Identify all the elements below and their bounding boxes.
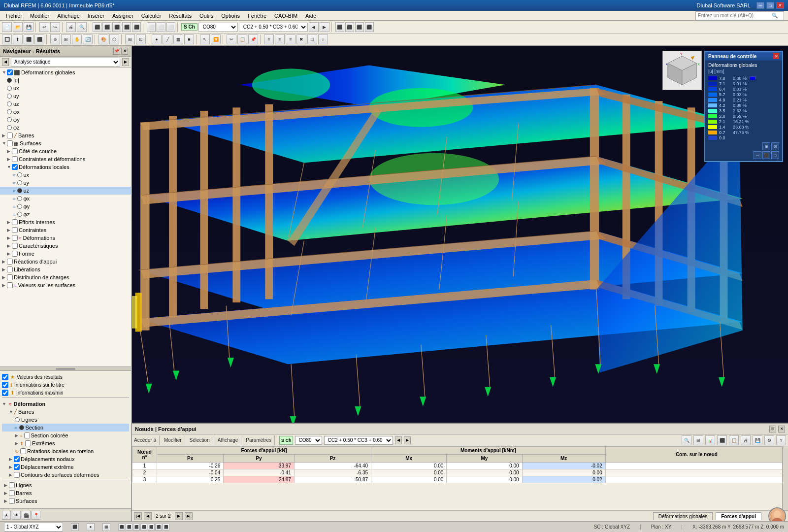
table-row[interactable]: 2 -0.04 -0.41 -6.35 0.00 0.00 0.00 [132,469,788,476]
expand-deformation-sec[interactable]: ▼ [2,401,7,406]
expand-barres-sub[interactable]: ▼ [9,409,14,414]
menu-inserer[interactable]: Insérer [84,12,108,20]
tree-radio-uy[interactable]: uy [0,92,131,100]
st-7[interactable]: ⬛ [163,524,169,531]
more-2[interactable]: ≡ [275,34,285,44]
expand-dep-nodaux[interactable]: ▶ [9,457,14,462]
check-extremes[interactable] [25,440,31,446]
menu-fichier[interactable]: Fichier [2,12,26,20]
st-6[interactable]: ⬛ [155,524,162,531]
tree-section-coloree[interactable]: ▶ ≈ Section colorée [2,432,129,439]
bt-icon-1[interactable]: 🔍 [682,435,691,445]
tree-dep-extreme[interactable]: ▶ Déplacement extrême [2,463,129,471]
tree-loc-phix[interactable]: ≈ φx [0,195,131,202]
chk-info-max[interactable] [2,390,8,396]
check-rotations[interactable] [20,448,26,454]
tree-section-sub[interactable]: ≈ Section [2,424,129,432]
check-valeurs[interactable] [7,282,13,288]
tree-loc-uz[interactable]: ≈ uz [0,187,131,195]
node-btn[interactable]: ● [152,34,162,44]
check-surfaces-b[interactable] [9,498,15,504]
radio-phix[interactable] [7,109,12,114]
check-carac[interactable] [12,243,18,249]
expand-barres[interactable]: ▶ [2,133,7,138]
radio-uy[interactable] [7,94,12,99]
view-3d-btn[interactable]: 🔲 [2,34,12,44]
close-button[interactable]: ✕ [776,2,784,9]
menu-fenetre[interactable]: Fenêtre [244,12,270,20]
tree-radio-ux[interactable]: ux [0,84,131,92]
more-3[interactable]: ≡ [286,34,296,44]
check-info-max[interactable]: ⬆ Informations max/min [2,389,129,397]
check-contraintes[interactable] [12,156,18,162]
analysis-combo[interactable]: Analyse statique [11,58,120,66]
left-tb-4[interactable]: 📍 [32,511,40,520]
table-row[interactable]: 1 -0.26 33.97 -64.40 0.00 0.00 -0.02 [132,463,788,469]
tree-lignes-bottom[interactable]: ▶ Lignes [2,481,129,489]
st-2[interactable]: ⬛ [126,524,132,531]
menu-aide[interactable]: Aide [301,12,320,20]
st-5[interactable]: ⬛ [148,524,155,531]
nav-first-btn[interactable]: |◀ [134,512,142,520]
control-panel-close-btn[interactable]: ✕ [773,53,779,59]
bt-next-btn[interactable]: ▶ [404,436,411,444]
solid-btn[interactable]: ■ [184,34,194,44]
view-side-btn[interactable]: ⬛ [34,34,44,44]
expand-valeurs[interactable]: ▶ [2,283,7,288]
more-1[interactable]: ≡ [264,34,274,44]
tb-generic-7[interactable]: ⬜ [157,22,165,32]
tree-loc-ux[interactable]: ≈ ux [0,171,131,179]
view-top-btn[interactable]: ⬆ [13,34,23,44]
expand-distribution[interactable]: ▶ [2,275,7,280]
expand-carac[interactable]: ▶ [7,243,12,248]
expand-surfaces[interactable]: ▼ [2,141,7,146]
status-icon-3[interactable]: ▦ [102,523,110,531]
analysis-next-btn[interactable]: ▶ [122,58,129,66]
nav-next-btn[interactable]: ▶ [175,512,183,520]
bt-icon-3[interactable]: 📊 [705,435,715,445]
nav-close-btn[interactable]: ✕ [121,48,128,55]
st-3[interactable]: ⬛ [133,524,140,531]
tree-contraintes-def[interactable]: ▶ Contraintes et déformations [0,155,131,163]
chk-val-res[interactable] [2,374,8,380]
tab-forces-appui[interactable]: Forces d'appui [716,512,761,520]
analysis-prev-btn[interactable]: ◀ [2,58,9,66]
bp-close-btn[interactable]: ✕ [778,426,785,432]
tb-generic-5[interactable]: ⬛ [132,22,141,32]
tb-generic-1[interactable]: ⬛ [93,22,101,32]
expand-efforts[interactable]: ▶ [7,220,12,225]
tree-surfaces-bottom[interactable]: ▶ Surfaces [2,497,129,505]
expand-def-locales[interactable]: ▼ [7,165,12,169]
radio-loc-uy[interactable] [17,180,22,185]
viewport-container[interactable]: Panneau de contrôle ✕ Déformations globa… [132,46,788,423]
left-tb-2[interactable]: 👁 [12,511,21,520]
zoom-btn[interactable]: 🔍 [77,22,87,32]
expand-lignes-b[interactable]: ▶ [4,483,9,488]
wire-btn[interactable]: ⬡ [109,34,119,44]
menu-resultats[interactable]: Résultats [165,12,196,20]
tree-loc-phiy[interactable]: ≈ φy [0,202,131,210]
tree-efforts-internes[interactable]: ▶ Efforts internes [0,218,131,226]
tree-item-surfaces[interactable]: ▼ ▦ Surfaces [0,139,131,147]
tree-radio-phix[interactable]: φx [0,108,131,116]
expand-surfaces-b[interactable]: ▶ [4,499,9,503]
check-forme[interactable] [12,251,18,257]
expand-deformations-globales[interactable]: ▼ [2,70,7,75]
st-1[interactable]: ⬛ [118,524,125,531]
check-section-coloree[interactable] [24,432,30,438]
chk-info-titre[interactable] [2,382,8,388]
menu-affichage[interactable]: Affichage [53,12,84,20]
expand-dep-extreme[interactable]: ▶ [9,465,14,469]
bt-icon-9[interactable]: ? [776,435,786,445]
expand-reactions[interactable]: ▶ [2,259,7,264]
check-info-titre[interactable]: ℹ Informations sur le titre [2,381,129,389]
tree-distribution[interactable]: ▶ Distribution de charges [0,273,131,281]
legend-icon-2-btn[interactable]: ⊠ [771,142,779,150]
expand-extremes[interactable]: ▶ [15,441,20,446]
tab-deformations-globales[interactable]: Déformations globales [653,512,713,520]
tree-scroll[interactable] [0,366,131,370]
tree-lignes-sub[interactable]: Lignes [2,416,129,424]
check-distribution[interactable] [7,274,13,280]
bp-float-btn[interactable]: ⊞ [769,426,776,432]
minimize-button[interactable]: ─ [756,2,764,9]
